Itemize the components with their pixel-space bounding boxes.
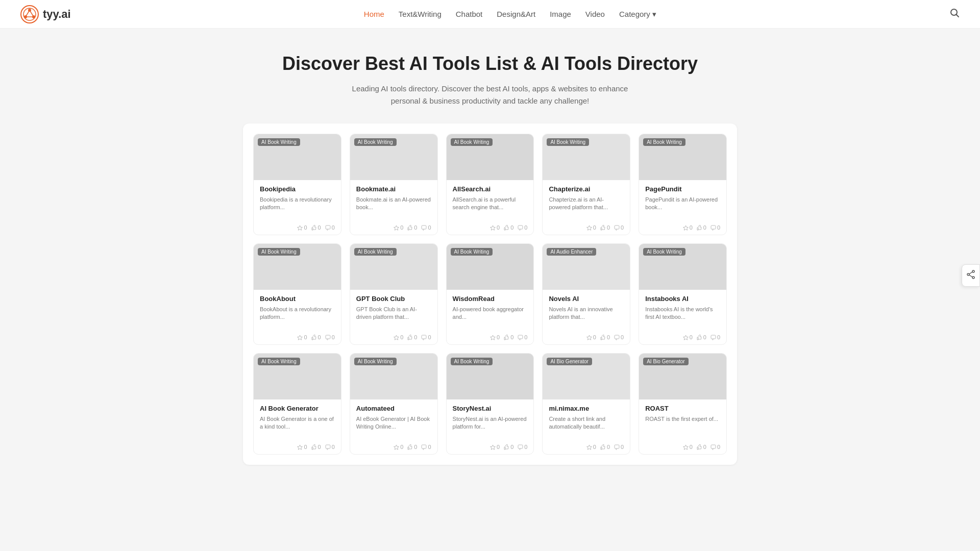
cards-container: AI Book Writing Bookipedia Bookipedia is… xyxy=(243,123,737,465)
card-description: AllSearch.ai is a powerful search engine… xyxy=(453,196,528,214)
card-badge: AI Book Writing xyxy=(547,138,589,146)
svg-line-44 xyxy=(969,275,972,277)
nav-category[interactable]: Category ▾ xyxy=(619,10,656,19)
card-likes: 0 xyxy=(311,224,321,231)
card-footer: 0 0 0 xyxy=(639,222,726,235)
card-description: Bookipedia is a revolutionary platform..… xyxy=(260,196,335,214)
comment-icon xyxy=(421,335,427,340)
cards-grid: AI Book Writing Bookipedia Bookipedia is… xyxy=(253,134,727,455)
card-likes: 0 xyxy=(311,334,321,340)
card-body: AllSearch.ai AllSearch.ai is a powerful … xyxy=(447,180,534,222)
svg-marker-34 xyxy=(491,445,496,449)
comment-icon xyxy=(614,225,620,231)
svg-line-9 xyxy=(957,15,959,17)
chevron-down-icon: ▾ xyxy=(652,10,656,19)
svg-point-41 xyxy=(972,277,974,279)
hero-section: Discover Best AI Tools List & AI Tools D… xyxy=(0,29,980,123)
card-title: ROAST xyxy=(645,405,720,412)
nav-image[interactable]: Image xyxy=(550,10,571,18)
card-image: AI Book Writing xyxy=(447,354,534,399)
thumbup-icon xyxy=(697,335,702,340)
svg-rect-11 xyxy=(326,226,330,229)
card-badge: AI Book Writing xyxy=(643,248,685,256)
card-item[interactable]: AI Book Writing GPT Book Club GPT Book C… xyxy=(350,243,438,345)
svg-line-7 xyxy=(26,10,30,17)
svg-rect-19 xyxy=(711,226,716,229)
card-item[interactable]: AI Book Writing BookAbout BookAbout is a… xyxy=(253,243,341,345)
card-badge: AI Book Writing xyxy=(354,358,397,365)
card-image: AI Book Writing xyxy=(639,244,726,290)
card-comments: 0 xyxy=(614,224,624,231)
card-badge: AI Bio Generator xyxy=(547,358,592,365)
card-title: Novels AI xyxy=(549,295,624,303)
card-badge: AI Book Writing xyxy=(451,138,493,146)
card-stars: 0 xyxy=(394,444,403,450)
card-title: Automateed xyxy=(356,405,431,412)
card-body: Novels AI Novels AI is an innovative pla… xyxy=(543,290,630,332)
card-likes: 0 xyxy=(504,444,513,450)
nav-video[interactable]: Video xyxy=(585,10,605,18)
svg-rect-37 xyxy=(615,445,619,448)
thumbup-icon xyxy=(407,225,413,231)
nav-home[interactable]: Home xyxy=(364,10,384,18)
card-title: mi.nimax.me xyxy=(549,405,624,412)
card-stars: 0 xyxy=(490,334,500,340)
card-item[interactable]: AI Book Writing AI Book Generator AI Boo… xyxy=(253,353,341,455)
card-item[interactable]: AI Book Writing PagePundit PagePundit is… xyxy=(639,134,727,235)
card-footer: 0 0 0 xyxy=(447,442,534,454)
card-body: StoryNest.ai StoryNest.ai is an AI-power… xyxy=(447,399,534,442)
thumbup-icon xyxy=(697,225,702,231)
card-body: PagePundit PagePundit is an AI-powered b… xyxy=(639,180,726,222)
star-icon xyxy=(683,225,689,231)
thumbup-icon xyxy=(407,444,413,450)
card-item[interactable]: AI Book Writing Chapterize.ai Chapterize… xyxy=(542,134,630,235)
svg-marker-32 xyxy=(394,445,399,449)
card-stars: 0 xyxy=(394,334,403,340)
card-description: AI eBook Generator | AI Book Writing Onl… xyxy=(356,415,431,434)
card-item[interactable]: AI Book Writing Automateed AI eBook Gene… xyxy=(350,353,438,455)
card-image: AI Book Writing xyxy=(543,134,630,180)
card-description: PagePundit is an AI-powered book... xyxy=(645,196,720,214)
card-likes: 0 xyxy=(407,334,417,340)
search-button[interactable] xyxy=(949,8,960,20)
card-badge: AI Book Writing xyxy=(451,358,493,365)
card-footer: 0 0 0 xyxy=(447,332,534,344)
card-item[interactable]: AI Book Writing Bookipedia Bookipedia is… xyxy=(253,134,341,235)
card-footer: 0 0 0 xyxy=(350,332,437,344)
card-stars: 0 xyxy=(586,444,596,450)
card-badge: AI Book Writing xyxy=(354,138,397,146)
card-comments: 0 xyxy=(421,444,431,450)
star-icon xyxy=(586,225,592,231)
card-image: AI Book Writing xyxy=(447,134,534,180)
card-item[interactable]: AI Book Writing Bookmate.ai Bookmate.ai … xyxy=(350,134,438,235)
card-image: AI Book Writing xyxy=(350,244,437,290)
card-description: Chapterize.ai is an AI-powered platform … xyxy=(549,196,624,214)
card-item[interactable]: AI Book Writing StoryNest.ai StoryNest.a… xyxy=(446,353,534,455)
card-item[interactable]: AI Book Writing WisdomRead AI-powered bo… xyxy=(446,243,534,345)
card-body: Chapterize.ai Chapterize.ai is an AI-pow… xyxy=(543,180,630,222)
card-title: Bookmate.ai xyxy=(356,185,431,193)
nav-chatbot[interactable]: Chatbot xyxy=(456,10,483,18)
card-item[interactable]: AI Book Writing AllSearch.ai AllSearch.a… xyxy=(446,134,534,235)
share-button[interactable] xyxy=(962,264,980,287)
logo-text: tyy.ai xyxy=(43,8,71,21)
card-description: Novels AI is an innovative platform that… xyxy=(549,306,624,324)
card-item[interactable]: AI Book Writing Instabooks AI Instabooks… xyxy=(639,243,727,345)
thumbup-icon xyxy=(600,335,606,340)
card-description: Bookmate.ai is an AI-powered book... xyxy=(356,196,431,214)
card-body: BookAbout BookAbout is a revolutionary p… xyxy=(254,290,341,332)
card-item[interactable]: AI Bio Generator ROAST ROAST is the firs… xyxy=(639,353,727,455)
thumbup-icon xyxy=(600,225,606,231)
card-image: AI Book Writing xyxy=(254,354,341,399)
card-body: WisdomRead AI-powered book aggregator an… xyxy=(447,290,534,332)
card-title: Bookipedia xyxy=(260,185,335,193)
nav-design-art[interactable]: Design&Art xyxy=(497,10,535,18)
card-item[interactable]: AI Audio Enhancer Novels AI Novels AI is… xyxy=(542,243,630,345)
card-item[interactable]: AI Bio Generator mi.nimax.me Create a sh… xyxy=(542,353,630,455)
star-icon xyxy=(394,225,399,231)
card-image: AI Book Writing xyxy=(350,134,437,180)
star-icon xyxy=(683,444,689,450)
thumbup-icon xyxy=(697,444,702,450)
logo[interactable]: tyy.ai xyxy=(20,5,71,23)
nav-text-writing[interactable]: Text&Writing xyxy=(399,10,442,18)
